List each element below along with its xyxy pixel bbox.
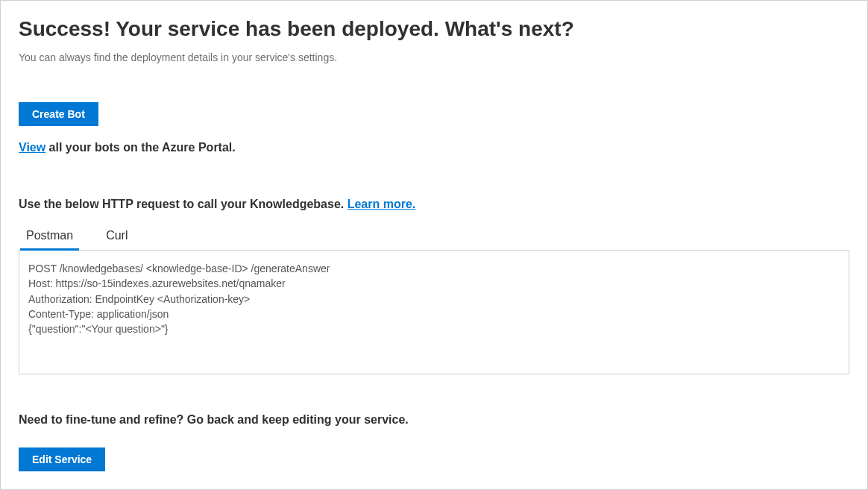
code-tabs: Postman Curl [19, 224, 849, 250]
view-bots-line: View all your bots on the Azure Portal. [19, 141, 849, 154]
http-request-intro: Use the below HTTP request to call your … [19, 198, 849, 211]
view-bots-rest: all your bots on the Azure Portal. [45, 141, 236, 154]
edit-service-button[interactable]: Edit Service [19, 447, 105, 471]
tab-postman[interactable]: Postman [25, 224, 75, 250]
view-link[interactable]: View [19, 141, 45, 154]
page-title: Success! Your service has been deployed.… [19, 17, 849, 41]
question-placeholder: <Your question> [85, 323, 160, 335]
code-line-4: Content-Type: application/json [28, 307, 840, 321]
code-line-2: Host: https://so-15indexes.azurewebsites… [28, 276, 840, 291]
kb-id-placeholder: <knowledge-base-ID> [146, 263, 248, 274]
learn-more-link[interactable]: Learn more. [347, 198, 416, 210]
http-request-code-box: POST /knowledgebases/ <knowledge-base-ID… [19, 250, 849, 374]
code-line-3: Authorization: EndpointKey <Authorizatio… [28, 292, 840, 307]
code-line-1: POST /knowledgebases/ <knowledge-base-ID… [28, 261, 840, 276]
deployment-success-panel: Success! Your service has been deployed.… [0, 0, 868, 490]
http-intro-text: Use the below HTTP request to call your … [19, 198, 347, 210]
tab-curl[interactable]: Curl [104, 224, 129, 250]
code-line-5: {"question":"<Your question>"} [28, 321, 840, 336]
auth-key-placeholder: <Authorization-key> [157, 293, 251, 305]
subtitle-text: You can always find the deployment detai… [19, 51, 849, 63]
refine-text: Need to fine-tune and refine? Go back an… [19, 413, 849, 427]
create-bot-button[interactable]: Create Bot [19, 102, 98, 126]
